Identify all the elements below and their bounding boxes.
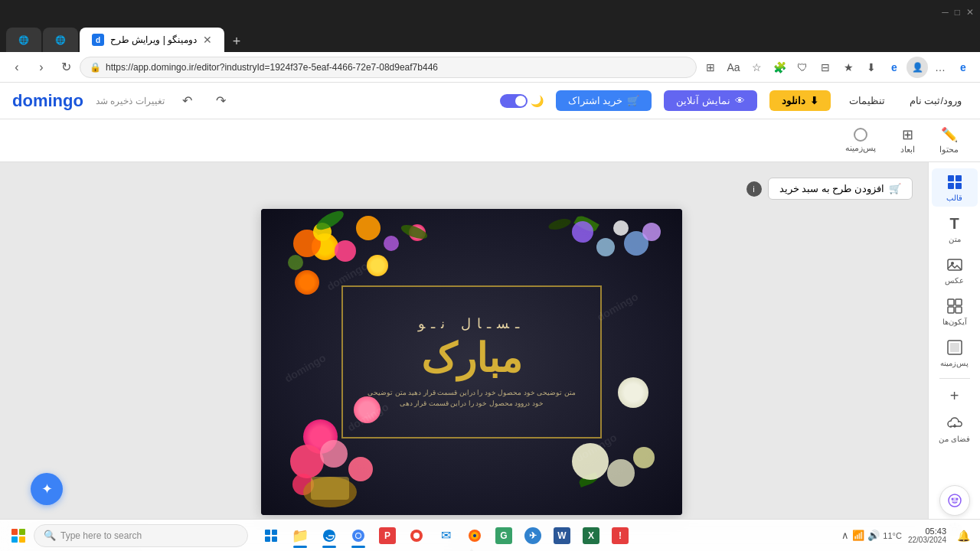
taskbar-app-chrome2[interactable]	[403, 522, 430, 549]
start-button[interactable]	[6, 523, 31, 548]
taskbar-app-excel[interactable]: X	[577, 522, 605, 549]
active-tab[interactable]: d دومینگو | ویرایش طرح ✕	[80, 28, 224, 52]
left-panel	[0, 162, 15, 551]
new-tab-button[interactable]: +	[226, 31, 247, 52]
taskbar-apps: 📁 P ✉	[257, 522, 634, 549]
eye-icon: 👁	[735, 95, 745, 106]
svg-point-51	[473, 534, 476, 537]
cart-add-icon: 🛒	[889, 183, 901, 194]
login-button[interactable]: ورود/ثبت نام	[903, 90, 968, 111]
chevron-up-icon[interactable]: ∧	[841, 530, 849, 541]
toolbar: ✏️ محتوا ⊞ ابعاد پس‌زمینه	[0, 119, 980, 162]
background-sidebar-icon	[946, 338, 964, 357]
svg-rect-43	[272, 536, 277, 542]
forward-button[interactable]: ›	[31, 57, 52, 78]
toolbar-item-background[interactable]: پس‌زمینه	[836, 125, 885, 156]
taskbar-app-redapp[interactable]: !	[606, 522, 634, 549]
svg-rect-31	[948, 307, 954, 313]
sidebar-item-background[interactable]: پس‌زمینه	[932, 334, 978, 372]
taskbar-app-pomodoro[interactable]: P	[374, 522, 401, 549]
canvas-background: ـسـال نـو مبارک متن توضیحی خود محصول خود…	[261, 209, 682, 515]
flower-white-1	[618, 377, 648, 408]
taskbar-clock[interactable]: 05:43 22/03/2024	[908, 527, 946, 544]
taskbar: 🔍 Type here to search 📁	[0, 519, 980, 551]
browser-tab-inactive-1[interactable]: 🌐	[6, 28, 41, 52]
address-bar[interactable]: 🔒 https://app.domingo.ir/editor?industry…	[80, 57, 697, 78]
undo-button[interactable]: ↶	[177, 90, 198, 112]
share-button[interactable]: 🛒 خرید اشتراک	[556, 90, 652, 111]
template-icon	[946, 173, 964, 191]
svg-rect-40	[265, 530, 270, 535]
add-element-button[interactable]: +	[944, 385, 965, 406]
toolbar-item-content[interactable]: ✏️ محتوا	[930, 123, 968, 158]
favorites-bar-icon[interactable]: ★	[838, 57, 859, 78]
tab-close-icon[interactable]: ✕	[203, 34, 212, 46]
add-to-cart-bar: 🛒 افزودن طرح به سبد خرید i	[746, 178, 913, 200]
extension-icon-2[interactable]: 🛡	[792, 57, 813, 78]
taskbar-app-telegram[interactable]: ✈	[519, 522, 547, 549]
svg-rect-34	[950, 343, 959, 352]
taskbar-right: ∧ 📶 🔊 11°C 05:43 22/03/2024 🔔	[841, 525, 974, 546]
taskbar-app-greenapp[interactable]: G	[490, 522, 518, 549]
sidebar-item-text[interactable]: T متن	[932, 210, 978, 248]
preview-button[interactable]: 👁 نمایش آنلاین	[664, 90, 757, 111]
svg-rect-26	[956, 183, 962, 189]
taskbar-app-explorer[interactable]: 📁	[286, 522, 314, 549]
volume-icon[interactable]: 🔊	[867, 530, 880, 541]
windows-logo	[11, 529, 25, 543]
collections-icon[interactable]: ⊟	[815, 57, 836, 78]
photo-label: عکس	[945, 276, 964, 285]
flower-pink-2	[303, 419, 338, 454]
taskbar-app-mail[interactable]: ✉	[432, 522, 459, 549]
back-button[interactable]: ‹	[6, 57, 28, 78]
downloads-icon[interactable]: ⬇	[861, 57, 882, 78]
sidebar-item-myspace[interactable]: فضای من	[932, 409, 978, 448]
nav-bar: ‹ › ↻ 🔒 https://app.domingo.ir/editor?in…	[0, 52, 980, 83]
main-layout: 🛒 افزودن طرح به سبد خرید i	[0, 162, 980, 551]
taskbar-app-taskview[interactable]	[257, 522, 285, 549]
sidebar-item-template[interactable]: قالب	[932, 168, 978, 207]
info-icon[interactable]: i	[746, 181, 762, 197]
taskbar-search[interactable]: 🔍 Type here to search	[34, 524, 248, 547]
network-icon[interactable]: 📶	[852, 530, 864, 541]
download-button[interactable]: ⬇ دانلود	[769, 90, 831, 111]
more-options-icon[interactable]: …	[929, 57, 951, 78]
reload-button[interactable]: ↻	[55, 57, 77, 78]
browser-tab-bar: 🌐 🌐 d دومینگو | ویرایش طرح ✕ +	[0, 24, 980, 52]
tab-favicon: d	[92, 34, 104, 46]
edge-copilot-icon[interactable]: e	[884, 57, 905, 78]
flower-yellow-1	[312, 233, 338, 260]
redo-button[interactable]: ↷	[211, 90, 232, 112]
design-canvas[interactable]: ـسـال نـو مبارک متن توضیحی خود محصول خود…	[261, 209, 682, 515]
taskbar-app-firefox[interactable]	[461, 522, 488, 549]
svg-rect-23	[948, 175, 954, 181]
notification-button[interactable]: 🔔	[952, 525, 974, 546]
taskbar-app-edge[interactable]	[315, 522, 343, 549]
background-label: پس‌زمینه	[845, 143, 876, 153]
browser-tab-inactive-2[interactable]: 🌐	[43, 28, 78, 52]
theme-toggle[interactable]	[500, 94, 528, 108]
toolbar-item-dimensions[interactable]: ⊞ ابعاد	[891, 123, 924, 158]
profile-icon[interactable]: 👤	[906, 57, 928, 78]
favorites-icon[interactable]: ☆	[746, 57, 767, 78]
sidebar-item-icons[interactable]: آیکون‌ها	[932, 292, 978, 331]
svg-point-37	[951, 498, 953, 500]
add-to-cart-button[interactable]: 🛒 افزودن طرح به سبد خرید	[768, 178, 913, 200]
content-icon: ✏️	[941, 126, 958, 143]
toggle-switch[interactable]: 🌙	[500, 94, 544, 108]
ai-icon: ✦	[41, 481, 53, 497]
sidebar-item-photo[interactable]: عکس	[932, 251, 978, 289]
cloud-icon	[946, 414, 964, 432]
canvas-subtitle-2: خود دروود محصول خود را دراین قسمت قرار د…	[368, 398, 576, 409]
ai-float-button[interactable]: ✦	[31, 473, 63, 505]
settings-button[interactable]: تنظیمات	[843, 90, 891, 111]
logo: domingo	[12, 91, 83, 111]
split-screen-icon[interactable]: ⊞	[700, 57, 721, 78]
extension-icon-1[interactable]: 🧩	[769, 57, 790, 78]
read-aloud-icon[interactable]: Aa	[723, 57, 744, 78]
svg-rect-42	[265, 536, 270, 542]
svg-rect-24	[956, 175, 962, 181]
ai-sidebar-button[interactable]	[939, 485, 970, 516]
taskbar-app-chrome[interactable]	[345, 522, 372, 549]
taskbar-app-word[interactable]: W	[548, 522, 576, 549]
